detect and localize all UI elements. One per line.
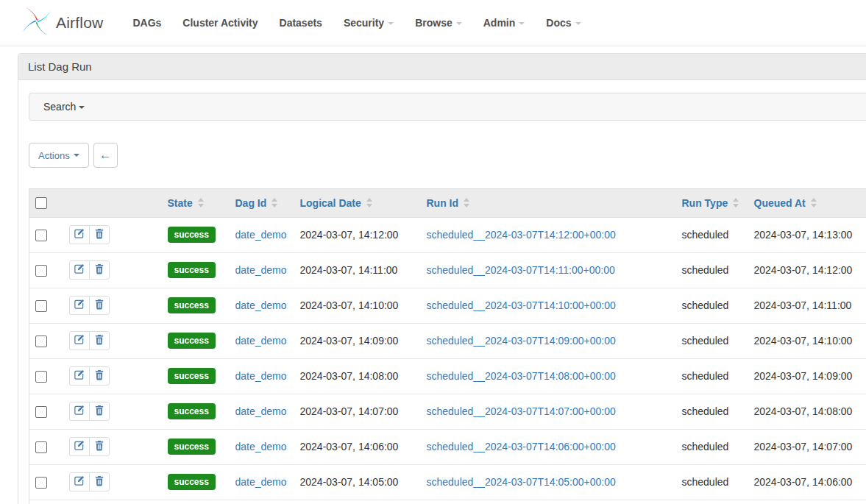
status-badge: success xyxy=(168,368,216,384)
state-cell: success xyxy=(162,394,230,430)
logical-date-cell: 2024-03-07, 14:09:00 xyxy=(294,324,421,359)
edit-record-button[interactable] xyxy=(69,225,90,244)
trash-icon xyxy=(94,334,104,347)
back-button[interactable]: ← xyxy=(93,143,118,168)
row-checkbox[interactable] xyxy=(35,300,47,312)
row-checkbox[interactable] xyxy=(35,336,47,347)
delete-record-button[interactable] xyxy=(89,402,110,421)
dag-id-cell: date_demo xyxy=(230,218,294,253)
nav-item-datasets[interactable]: Datasets xyxy=(280,17,322,29)
queued-at-cell: 2024-03-07, 14:08:00 xyxy=(748,394,866,430)
dag-id-cell: date_demo xyxy=(230,288,294,324)
panel-body: Search Actions ← State Dag Id Logi xyxy=(18,80,866,504)
row-checkbox[interactable] xyxy=(35,371,47,383)
queued-at-cell: 2024-03-07, 14:10:00 xyxy=(748,324,866,359)
row-checkbox[interactable] xyxy=(35,406,47,418)
status-badge: success xyxy=(168,297,216,313)
delete-record-button[interactable] xyxy=(89,296,110,315)
search-collapse-toggle[interactable]: Search xyxy=(29,93,866,121)
trash-icon xyxy=(94,299,104,312)
column-header-run-type[interactable]: Run Type xyxy=(676,189,748,218)
row-checkbox[interactable] xyxy=(35,265,47,277)
run-id-link[interactable]: scheduled__2024-03-07T14:05:00+00:00 xyxy=(427,476,616,488)
delete-record-button[interactable] xyxy=(89,437,110,456)
delete-record-button[interactable] xyxy=(89,225,110,244)
edit-pencil-icon xyxy=(74,440,85,453)
select-cell xyxy=(29,218,63,253)
run-id-link[interactable]: scheduled__2024-03-07T14:06:00+00:00 xyxy=(427,441,616,452)
sort-icon[interactable] xyxy=(198,198,205,207)
row-checkbox[interactable] xyxy=(35,441,47,453)
column-header-dag-id[interactable]: Dag Id xyxy=(230,189,294,218)
nav-item-cluster-activity[interactable]: Cluster Activity xyxy=(182,17,258,29)
chevron-down-icon xyxy=(74,154,79,157)
nav-item-docs[interactable]: Docs xyxy=(546,17,581,29)
row-checkbox[interactable] xyxy=(35,477,47,489)
run-id-link[interactable]: scheduled__2024-03-07T14:10:00+00:00 xyxy=(427,299,616,311)
select-all-checkbox[interactable] xyxy=(35,197,47,209)
queued-at-cell: 2024-03-07, 14:12:00 xyxy=(748,253,866,288)
nav-item-admin[interactable]: Admin xyxy=(483,17,525,29)
edit-pencil-icon xyxy=(74,263,85,277)
nav-item-security[interactable]: Security xyxy=(344,17,394,29)
status-badge: success xyxy=(168,262,216,278)
row-actions-cell xyxy=(63,465,162,500)
run-id-cell: scheduled__2024-03-07T14:12:00+00:00 xyxy=(421,218,676,253)
run-type-cell: scheduled xyxy=(676,359,748,394)
table-row: success date_demo 2024-03-07, 14:09:00 s… xyxy=(29,324,866,359)
select-cell xyxy=(29,394,63,430)
delete-record-button[interactable] xyxy=(89,366,110,386)
run-id-link[interactable]: scheduled__2024-03-07T14:08:00+00:00 xyxy=(427,370,616,382)
column-header-state[interactable]: State xyxy=(162,189,230,218)
table-row: success date_demo 2024-03-07, 14:12:00 s… xyxy=(29,218,866,253)
run-type-cell: scheduled xyxy=(676,394,748,430)
edit-pencil-icon xyxy=(74,334,85,347)
run-id-link[interactable]: scheduled__2024-03-07T14:07:00+00:00 xyxy=(427,405,616,417)
state-cell: success xyxy=(162,430,230,465)
edit-record-button[interactable] xyxy=(69,331,90,350)
sort-icon[interactable] xyxy=(811,198,817,207)
row-checkbox[interactable] xyxy=(35,230,47,241)
dag-id-link[interactable]: date_demo xyxy=(235,264,287,276)
delete-record-button[interactable] xyxy=(89,472,110,491)
dag-id-link[interactable]: date_demo xyxy=(235,299,287,311)
dag-id-link[interactable]: date_demo xyxy=(235,335,287,347)
table-row: success date_demo 2024-03-07, 14:06:00 s… xyxy=(29,430,866,465)
run-id-link[interactable]: scheduled__2024-03-07T14:09:00+00:00 xyxy=(427,335,616,347)
sort-icon[interactable] xyxy=(733,198,739,207)
run-id-link[interactable]: scheduled__2024-03-07T14:12:00+00:00 xyxy=(427,229,616,241)
row-actions-cell xyxy=(63,394,162,430)
dag-id-link[interactable]: date_demo xyxy=(235,405,287,417)
sort-icon[interactable] xyxy=(464,198,470,207)
dag-id-link[interactable]: date_demo xyxy=(235,476,287,488)
run-id-cell: scheduled__2024-03-07T14:11:00+00:00 xyxy=(421,253,676,288)
edit-record-button[interactable] xyxy=(69,260,90,280)
delete-record-button[interactable] xyxy=(89,260,110,280)
select-cell xyxy=(29,253,63,288)
row-actions-cell xyxy=(63,359,162,394)
state-cell: success xyxy=(162,324,230,359)
sort-icon[interactable] xyxy=(366,198,373,207)
dag-id-link[interactable]: date_demo xyxy=(235,441,287,452)
edit-record-button[interactable] xyxy=(69,402,90,421)
edit-record-button[interactable] xyxy=(69,296,90,315)
nav-item-dags[interactable]: DAGs xyxy=(132,17,161,29)
dag-id-link[interactable]: date_demo xyxy=(235,370,287,382)
sort-icon[interactable] xyxy=(271,198,278,207)
table-header-row: State Dag Id Logical Date Run Id Run Typ… xyxy=(29,189,866,218)
delete-record-button[interactable] xyxy=(89,331,110,350)
dag-id-link[interactable]: date_demo xyxy=(235,229,287,241)
run-type-cell: scheduled xyxy=(676,430,748,465)
state-cell: success xyxy=(162,500,230,504)
nav-item-browse[interactable]: Browse xyxy=(415,17,462,29)
run-id-link[interactable]: scheduled__2024-03-07T14:11:00+00:00 xyxy=(427,264,615,276)
actions-dropdown-button[interactable]: Actions xyxy=(29,143,89,168)
edit-record-button[interactable] xyxy=(69,366,90,386)
airflow-home-link[interactable]: Airflow xyxy=(21,6,103,40)
column-header-queued-at[interactable]: Queued At xyxy=(748,189,866,218)
edit-record-button[interactable] xyxy=(69,437,90,456)
edit-record-button[interactable] xyxy=(69,472,90,491)
column-header-logical-date[interactable]: Logical Date xyxy=(294,189,421,218)
run-id-cell: scheduled__2024-03-07T14:05:00+00:00 xyxy=(421,465,676,500)
column-header-run-id[interactable]: Run Id xyxy=(421,189,676,218)
